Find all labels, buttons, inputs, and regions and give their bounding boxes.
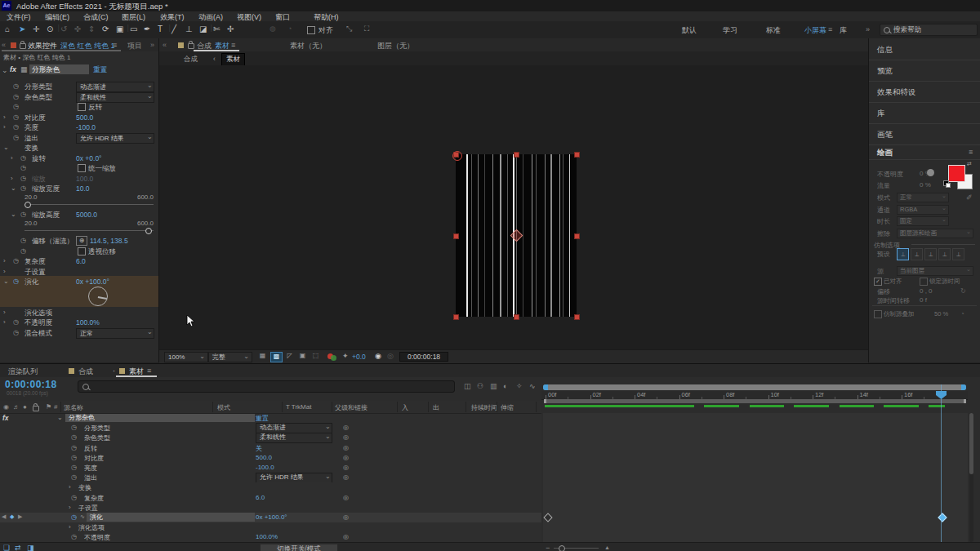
paint-dropdown[interactable]: 当前图层⌄ bbox=[897, 266, 973, 276]
property-value[interactable]: 6.0 bbox=[76, 257, 86, 265]
paint-value[interactable]: 0 f bbox=[920, 296, 927, 304]
workspace-tab-3[interactable]: 小屏幕 bbox=[804, 25, 826, 36]
pick-whip-icon[interactable]: ◎ bbox=[343, 473, 349, 481]
swap-colors-icon[interactable]: ⇄ bbox=[967, 161, 972, 167]
pick-whip-icon[interactable]: ◎ bbox=[343, 454, 349, 461]
fx-row-演化选项[interactable]: ›演化选项 bbox=[0, 307, 158, 318]
stopwatch-icon[interactable]: ◷ bbox=[20, 237, 26, 244]
panel-lock-icon[interactable] bbox=[188, 43, 194, 49]
playhead-line[interactable] bbox=[941, 384, 942, 542]
timeline-track-杂色类型[interactable] bbox=[543, 433, 968, 443]
stopwatch-icon[interactable]: ◷ bbox=[20, 211, 26, 218]
selection-handle[interactable] bbox=[574, 152, 580, 158]
expander-icon[interactable]: › bbox=[69, 523, 71, 531]
label-column-icon[interactable]: ⚑ bbox=[46, 403, 51, 411]
reset-icon[interactable]: ↻ bbox=[960, 287, 966, 295]
timeline-track-溢出[interactable] bbox=[543, 473, 968, 483]
stopwatch-icon[interactable]: ◷ bbox=[13, 123, 19, 131]
mask-visibility-icon[interactable]: ▩ bbox=[270, 352, 283, 362]
timeline-row-子设置[interactable]: ›子设置 bbox=[0, 503, 541, 513]
eraser-tool[interactable]: ◪ bbox=[199, 24, 207, 33]
property-dropdown[interactable]: 允许 HDR 结果⌄ bbox=[256, 473, 332, 483]
stopwatch-icon[interactable]: ◷ bbox=[13, 278, 19, 285]
stopwatch-icon[interactable]: ◷ bbox=[71, 464, 77, 471]
timeline-track-子设置[interactable] bbox=[543, 503, 968, 513]
pick-whip-icon[interactable]: ◎ bbox=[343, 533, 349, 540]
property-value[interactable]: 0x +100.0° bbox=[76, 278, 109, 286]
grid-options-icon[interactable]: ▦ bbox=[257, 352, 268, 361]
stopwatch-icon[interactable]: ◷ bbox=[13, 93, 19, 100]
stopwatch-icon[interactable]: ◷ bbox=[13, 257, 19, 264]
stopwatch-icon[interactable]: ◷ bbox=[71, 424, 77, 431]
expander-icon[interactable]: › bbox=[11, 154, 13, 162]
paint-value[interactable]: 0 % bbox=[920, 181, 931, 189]
shy-layers-icon[interactable]: ⚇ bbox=[477, 382, 483, 390]
expander-icon[interactable]: › bbox=[3, 123, 6, 131]
workspace-icon-6[interactable]: » bbox=[866, 25, 870, 33]
selection-tool[interactable]: ➤ bbox=[19, 24, 25, 33]
help-search-input[interactable]: 搜索帮助 bbox=[880, 24, 978, 36]
time-navigator[interactable] bbox=[543, 384, 966, 390]
timeline-track-分形类型[interactable] bbox=[543, 423, 968, 433]
timeline-row-对比度[interactable]: ◷对比度500.0◎ bbox=[0, 453, 541, 464]
panel-menu-icon[interactable]: ≡ bbox=[147, 367, 151, 375]
fx-row-偏移（湍流）[interactable]: ◷偏移（湍流）⊕114.5, 138.5 bbox=[0, 235, 158, 246]
workspace-tab-1[interactable]: 学习 bbox=[723, 25, 737, 36]
stopwatch-icon[interactable]: ◷ bbox=[71, 494, 77, 501]
lock-column-icon[interactable] bbox=[33, 406, 39, 411]
selection-handle[interactable] bbox=[574, 233, 580, 239]
property-value[interactable]: 0x +0.0° bbox=[76, 154, 102, 162]
zoom-tool[interactable]: ⊙ bbox=[47, 24, 53, 33]
timeline-row-变换[interactable]: ›变换 bbox=[0, 482, 541, 493]
pan-camera-tool[interactable]: ✜ bbox=[74, 24, 81, 33]
expander-icon[interactable]: › bbox=[11, 175, 13, 182]
timeline-track-反转[interactable] bbox=[543, 443, 968, 454]
sidebar-panel-2[interactable]: 效果和特设 bbox=[869, 81, 980, 103]
timeline-row-反转[interactable]: ◷反转关◎ bbox=[0, 443, 541, 454]
property-value[interactable]: 关 bbox=[256, 444, 262, 453]
property-value[interactable]: -100.0 bbox=[76, 123, 96, 131]
sidebar-panel-1[interactable]: 预览 bbox=[869, 60, 980, 82]
paint-dropdown[interactable]: 图层源和绘画⌄ bbox=[897, 229, 973, 238]
breadcrumb-footage[interactable]: 素材 bbox=[221, 53, 245, 66]
expander-icon[interactable]: › bbox=[3, 268, 6, 275]
work-area-start-handle[interactable] bbox=[544, 399, 546, 403]
fx-row-统一缩放[interactable]: ◷统一缩放 bbox=[0, 162, 158, 173]
rectangle-tool[interactable]: ▭ bbox=[130, 24, 137, 33]
dolly-camera-tool[interactable]: ⇕ bbox=[88, 24, 95, 33]
expand-transfer-controls-icon[interactable]: ⇄ bbox=[15, 544, 21, 551]
timeline-track-变换[interactable] bbox=[543, 482, 968, 493]
resize-icon[interactable]: ⤡ bbox=[346, 24, 352, 33]
stopwatch-icon[interactable]: ◷ bbox=[71, 454, 77, 461]
selection-handle[interactable] bbox=[453, 314, 459, 320]
snapshot-camera-icon[interactable]: ◉ bbox=[375, 352, 381, 360]
workspace-tab-2[interactable]: 标准 bbox=[766, 25, 781, 36]
viewer-timecode[interactable]: 0:00:00:18 bbox=[399, 352, 448, 362]
column-3[interactable]: 父级和链接 bbox=[335, 403, 368, 412]
stopwatch-icon[interactable]: ◷ bbox=[13, 318, 19, 326]
fx-row-杂色类型[interactable]: ◷杂色类型柔和线性⌄ bbox=[0, 91, 158, 102]
transparency-grid-icon[interactable]: ▣ bbox=[297, 352, 308, 361]
home-icon[interactable]: ⌂ bbox=[5, 24, 10, 33]
clone-preset-4[interactable]: ⊥ bbox=[938, 248, 951, 260]
clone-preset-1[interactable]: ⊥ bbox=[897, 248, 909, 260]
fx-row-透视位移[interactable]: ◷透视位移 bbox=[0, 246, 158, 256]
tab-comp-timeline[interactable]: 合成 bbox=[78, 367, 93, 377]
solo-column-icon[interactable]: ● bbox=[23, 403, 27, 411]
timeline-row-演化选项[interactable]: ›演化选项 bbox=[0, 522, 541, 533]
keyframe-diamond-start[interactable] bbox=[543, 513, 552, 522]
pick-whip-icon[interactable]: ◎ bbox=[343, 433, 349, 441]
fx-row-演化[interactable]: ⌄◷演化0x +100.0° bbox=[0, 276, 158, 287]
fx-row-缩放宽度[interactable]: ⌄◷缩放宽度10.0 bbox=[0, 183, 158, 193]
panel-collapse-icon[interactable]: « bbox=[163, 41, 167, 49]
expander-icon[interactable]: ⌄ bbox=[11, 211, 16, 218]
fx-row-混合模式[interactable]: ◷混合模式正常⌄ bbox=[0, 327, 158, 338]
stopwatch-icon[interactable]: ◷ bbox=[71, 473, 77, 481]
property-value[interactable]: 5000.0 bbox=[76, 211, 97, 219]
fx-row-对比度[interactable]: ›◷对比度500.0 bbox=[0, 112, 158, 122]
clone-preset-3[interactable]: ⊥ bbox=[924, 248, 937, 260]
panel-collapse-icon[interactable]: « bbox=[2, 41, 6, 49]
selection-handle[interactable] bbox=[514, 314, 519, 320]
orbit-camera-tool[interactable]: ↺ bbox=[60, 24, 67, 33]
pixel-aspect-icon[interactable]: ⬚ bbox=[310, 352, 321, 361]
